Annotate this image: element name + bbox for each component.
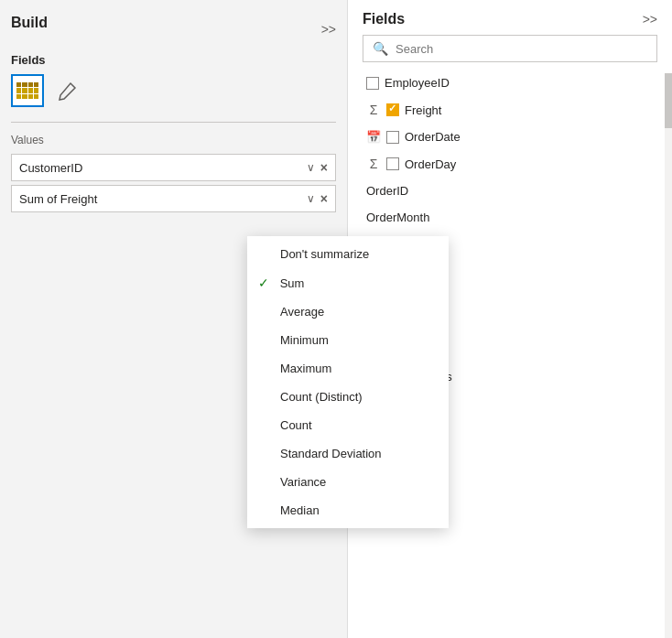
table-cell: [16, 94, 21, 99]
maximum-option[interactable]: Maximum: [247, 354, 449, 383]
list-item[interactable]: Σ Freight: [363, 96, 665, 124]
table-cell: [22, 88, 27, 92]
build-fields-label: Fields: [11, 53, 336, 67]
employeeid-checkbox[interactable]: [366, 77, 379, 90]
build-expand-icon[interactable]: >>: [321, 22, 336, 37]
scrollbar-thumb[interactable]: [665, 73, 672, 128]
sumfreight-icons: ∨ ×: [307, 191, 328, 206]
sigma-icon: Σ: [366, 103, 381, 117]
count-option[interactable]: Count: [247, 411, 449, 439]
sumfreight-field-row[interactable]: Sum of Freight ∨ ×: [11, 185, 336, 212]
table-cell: [28, 88, 33, 92]
table-icon: [16, 82, 38, 99]
table-view-button[interactable]: [11, 74, 44, 107]
build-title: Build: [11, 15, 48, 31]
scrollbar-track[interactable]: [665, 73, 672, 638]
count-label: Count: [280, 418, 312, 432]
build-header: Build >>: [11, 15, 336, 44]
orderdate-name: OrderDate: [405, 130, 461, 144]
orderday-name: OrderDay: [405, 157, 456, 171]
list-item[interactable]: 📅 OrderDate: [363, 124, 665, 150]
count-distinct-option[interactable]: Count (Distinct): [247, 383, 449, 411]
orderdate-checkbox[interactable]: [386, 131, 399, 144]
table-cell: [28, 94, 33, 99]
calendar-icon: 📅: [366, 130, 381, 144]
standard-deviation-label: Standard Deviation: [280, 447, 382, 460]
sumfreight-label: Sum of Freight: [19, 192, 307, 206]
table-cell: [34, 82, 38, 87]
maximum-label: Maximum: [280, 362, 331, 375]
table-cell: [22, 94, 27, 99]
customerid-remove[interactable]: ×: [320, 160, 328, 175]
freight-checkbox[interactable]: [386, 103, 399, 116]
list-item[interactable]: EmployeeID: [363, 70, 665, 96]
orderday-checkbox[interactable]: [386, 157, 399, 170]
table-cell: [16, 82, 21, 87]
freight-name: Freight: [405, 103, 441, 117]
build-panel: Build >> Fields: [0, 0, 348, 638]
table-cell: [16, 88, 21, 92]
fields-header: Fields >>: [348, 0, 672, 35]
divider: [11, 122, 336, 123]
sum-checkmark: ✓: [258, 276, 269, 290]
table-cell: [28, 82, 33, 87]
dont-summarize-label: Don't summarize: [280, 247, 369, 261]
customerid-label: CustomerID: [19, 161, 307, 175]
list-item[interactable]: OrderMonth: [363, 204, 665, 231]
customerid-icons: ∨ ×: [307, 160, 328, 175]
minimum-option[interactable]: Minimum: [247, 326, 449, 354]
search-input[interactable]: [396, 42, 647, 56]
fields-expand-icon[interactable]: >>: [643, 12, 657, 27]
search-icon: 🔍: [373, 41, 388, 56]
median-label: Median: [280, 503, 320, 517]
variance-option[interactable]: Variance: [247, 468, 449, 496]
standard-deviation-option[interactable]: Standard Deviation: [247, 439, 449, 468]
customerid-field-row[interactable]: CustomerID ∨ ×: [11, 154, 336, 181]
values-label: Values: [11, 134, 336, 146]
sumfreight-chevron[interactable]: ∨: [307, 192, 315, 205]
sum-option[interactable]: ✓ Sum: [247, 268, 449, 297]
median-option[interactable]: Median: [247, 496, 449, 524]
dont-summarize-option[interactable]: Don't summarize: [247, 240, 449, 268]
sigma-icon: Σ: [366, 157, 381, 171]
customerid-chevron[interactable]: ∨: [307, 161, 315, 174]
sumfreight-remove[interactable]: ×: [320, 191, 328, 206]
table-cell: [34, 94, 38, 99]
sum-label: Sum: [280, 276, 305, 290]
summarize-dropdown: Don't summarize ✓ Sum Average Minimum Ma…: [247, 236, 449, 528]
list-item[interactable]: OrderID: [363, 178, 665, 204]
table-cell: [22, 82, 27, 87]
minimum-label: Minimum: [280, 333, 329, 347]
orderid-name: OrderID: [366, 184, 408, 198]
table-cell: [34, 88, 38, 92]
ordermonth-name: OrderMonth: [366, 211, 429, 224]
employeeid-name: EmployeeID: [385, 76, 450, 90]
fields-title: Fields: [363, 11, 405, 27]
search-box[interactable]: 🔍: [363, 35, 657, 62]
count-distinct-label: Count (Distinct): [280, 390, 363, 404]
list-item[interactable]: Σ OrderDay: [363, 150, 665, 178]
fields-icon-row: [11, 74, 336, 107]
edit-view-button[interactable]: [51, 74, 84, 107]
edit-icon: [58, 81, 78, 101]
variance-label: Variance: [280, 475, 326, 489]
average-option[interactable]: Average: [247, 297, 449, 326]
average-label: Average: [280, 305, 324, 319]
